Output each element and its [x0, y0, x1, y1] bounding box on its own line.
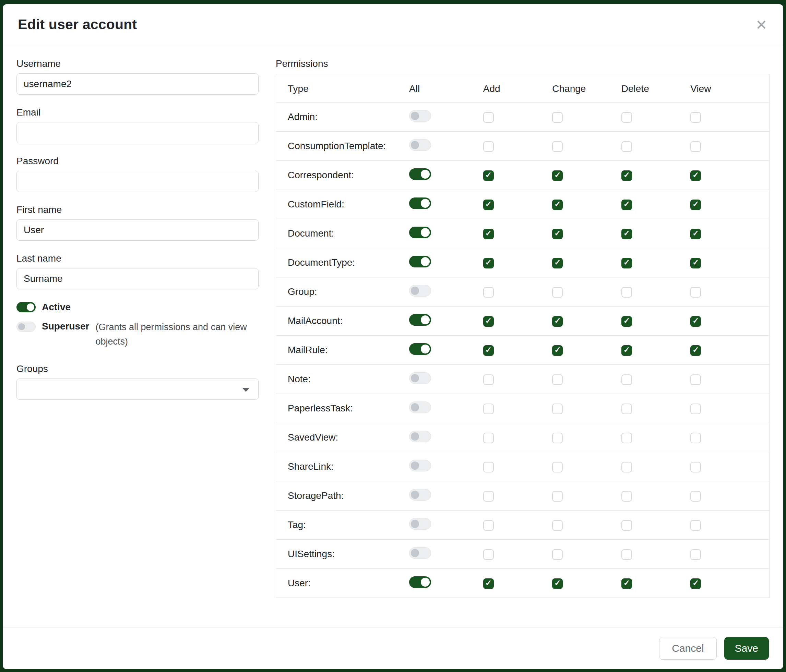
permission-delete-checkbox[interactable] [621, 170, 632, 181]
permission-add-checkbox[interactable] [483, 258, 494, 268]
permission-view-checkbox[interactable] [690, 549, 701, 560]
permission-delete-checkbox[interactable] [621, 520, 632, 531]
permission-view-checkbox[interactable] [690, 141, 701, 152]
permission-view-checkbox[interactable] [690, 462, 701, 473]
permission-add-checkbox[interactable] [483, 170, 494, 181]
permission-delete-checkbox[interactable] [621, 112, 632, 123]
email-input[interactable] [16, 122, 259, 143]
permission-view-checkbox[interactable] [690, 578, 701, 589]
permission-add-checkbox[interactable] [483, 287, 494, 298]
permission-delete-checkbox[interactable] [621, 141, 632, 152]
permission-delete-checkbox[interactable] [621, 258, 632, 268]
permission-change-checkbox[interactable] [552, 229, 563, 239]
permission-add-checkbox[interactable] [483, 404, 494, 414]
permission-all-toggle[interactable] [409, 168, 431, 180]
permission-all-toggle[interactable] [409, 576, 431, 588]
permission-all-toggle[interactable] [409, 460, 431, 471]
permission-all-toggle[interactable] [409, 343, 431, 355]
permission-delete-checkbox[interactable] [621, 549, 632, 560]
permission-delete-checkbox[interactable] [621, 374, 632, 385]
permission-delete-checkbox[interactable] [621, 199, 632, 210]
permission-change-checkbox[interactable] [552, 433, 563, 443]
permission-add-checkbox[interactable] [483, 462, 494, 473]
permission-all-toggle[interactable] [409, 227, 431, 238]
permission-add-checkbox[interactable] [483, 549, 494, 560]
first-name-input[interactable] [16, 220, 259, 241]
permission-all-toggle[interactable] [409, 285, 431, 297]
permission-all-toggle[interactable] [409, 110, 431, 122]
permission-delete-checkbox[interactable] [621, 345, 632, 356]
password-input[interactable] [16, 171, 259, 192]
permission-change-checkbox[interactable] [552, 199, 563, 210]
permission-all-toggle[interactable] [409, 314, 431, 326]
permission-view-checkbox[interactable] [690, 404, 701, 414]
permission-type-label: User: [276, 569, 409, 598]
permission-view-checkbox[interactable] [690, 374, 701, 385]
permission-change-checkbox[interactable] [552, 491, 563, 502]
permission-add-checkbox[interactable] [483, 491, 494, 502]
permission-add-checkbox[interactable] [483, 520, 494, 531]
permission-view-checkbox[interactable] [690, 112, 701, 123]
permission-change-checkbox[interactable] [552, 287, 563, 298]
permission-add-checkbox[interactable] [483, 433, 494, 443]
permission-change-checkbox[interactable] [552, 170, 563, 181]
permission-all-toggle[interactable] [409, 431, 431, 442]
permission-change-checkbox[interactable] [552, 141, 563, 152]
permission-all-toggle[interactable] [409, 402, 431, 413]
permission-all-toggle[interactable] [409, 256, 431, 267]
active-toggle[interactable] [16, 302, 36, 312]
permission-delete-checkbox[interactable] [621, 433, 632, 443]
permission-add-checkbox[interactable] [483, 345, 494, 356]
permission-change-checkbox[interactable] [552, 345, 563, 356]
permission-view-checkbox[interactable] [690, 287, 701, 298]
permission-view-checkbox[interactable] [690, 520, 701, 531]
permission-view-checkbox[interactable] [690, 258, 701, 268]
superuser-toggle[interactable] [16, 322, 36, 332]
permission-delete-checkbox[interactable] [621, 578, 632, 589]
permission-delete-checkbox[interactable] [621, 404, 632, 414]
groups-label: Groups [16, 363, 259, 374]
permission-all-toggle[interactable] [409, 198, 431, 209]
permission-delete-checkbox[interactable] [621, 287, 632, 298]
permission-view-checkbox[interactable] [690, 316, 701, 327]
groups-select[interactable] [16, 378, 259, 400]
close-icon[interactable]: × [755, 17, 768, 32]
permission-change-checkbox[interactable] [552, 520, 563, 531]
superuser-toggle-row: Superuser (Grants all permissions and ca… [16, 320, 259, 349]
username-input[interactable] [16, 73, 259, 95]
permission-delete-checkbox[interactable] [621, 316, 632, 327]
permission-view-checkbox[interactable] [690, 229, 701, 239]
save-button[interactable]: Save [724, 637, 769, 659]
permission-change-checkbox[interactable] [552, 462, 563, 473]
permission-view-checkbox[interactable] [690, 345, 701, 356]
permission-all-toggle[interactable] [409, 372, 431, 384]
permission-change-checkbox[interactable] [552, 316, 563, 327]
permission-delete-checkbox[interactable] [621, 229, 632, 239]
permission-add-checkbox[interactable] [483, 141, 494, 152]
permission-all-toggle[interactable] [409, 489, 431, 501]
permission-delete-checkbox[interactable] [621, 462, 632, 473]
permission-add-checkbox[interactable] [483, 112, 494, 123]
permission-add-checkbox[interactable] [483, 374, 494, 385]
permission-delete-checkbox[interactable] [621, 491, 632, 502]
permission-change-checkbox[interactable] [552, 112, 563, 123]
permission-all-toggle[interactable] [409, 518, 431, 530]
permission-change-checkbox[interactable] [552, 258, 563, 268]
cancel-button[interactable]: Cancel [659, 637, 716, 659]
permission-change-checkbox[interactable] [552, 578, 563, 589]
last-name-input[interactable] [16, 268, 259, 289]
permission-all-toggle[interactable] [409, 547, 431, 559]
permission-add-checkbox[interactable] [483, 316, 494, 327]
permission-add-checkbox[interactable] [483, 578, 494, 589]
permission-view-checkbox[interactable] [690, 170, 701, 181]
permission-change-checkbox[interactable] [552, 374, 563, 385]
permission-all-toggle[interactable] [409, 139, 431, 151]
permission-add-checkbox[interactable] [483, 199, 494, 210]
permission-add-checkbox[interactable] [483, 229, 494, 239]
permission-view-checkbox[interactable] [690, 491, 701, 502]
permission-view-checkbox[interactable] [690, 433, 701, 443]
permission-change-checkbox[interactable] [552, 404, 563, 414]
permission-row: ConsumptionTemplate: [276, 132, 770, 161]
permission-view-checkbox[interactable] [690, 199, 701, 210]
permission-change-checkbox[interactable] [552, 549, 563, 560]
